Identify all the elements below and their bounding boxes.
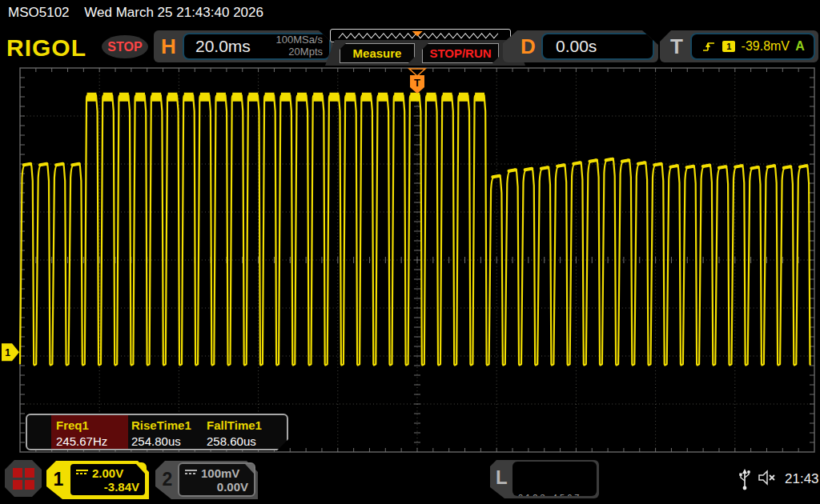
memory-depth: 20Mpts	[288, 46, 323, 58]
measurement-falltime[interactable]: FallTime1 258.60us	[207, 418, 262, 448]
trigger-box[interactable]: 1 -39.8mV A	[690, 33, 815, 60]
datetime-text: Wed March 25 21:43:40 2026	[84, 5, 263, 20]
header-bar: RIGOL STOP H 20.0ms 100MSa/s 20Mpts Meas…	[0, 24, 820, 66]
bottom-status-bar: 1 2.00V -3.84V 2 100mV 0.00V	[0, 454, 820, 504]
delay-value: 0.00s	[556, 37, 597, 56]
channel-2-scale: 100mV	[201, 466, 239, 480]
delay-box[interactable]: 0.00s	[541, 33, 654, 60]
channel-2-offset: 0.00V	[179, 480, 254, 494]
usb-icon	[738, 467, 751, 491]
brand-logo: RIGOL	[6, 34, 86, 62]
oscilloscope-screen: MSO5102 Wed March 25 21:43:40 2026 RIGOL…	[0, 0, 820, 504]
preview-zigzag-icon	[331, 30, 508, 41]
acquisition-rates: 100MSa/s 20Mpts	[275, 34, 323, 58]
channel-2-block[interactable]: 2 100mV 0.00V	[155, 461, 258, 499]
measurement-risetime[interactable]: RiseTime1 254.80us	[131, 418, 191, 448]
measure-button[interactable]: Measure	[340, 43, 415, 63]
delay-settings-group[interactable]: D 0.00s	[503, 30, 658, 62]
sample-rate: 100MSa/s	[275, 34, 323, 46]
trigger-sweep-mode: A	[795, 39, 805, 54]
corner-fold-icon	[136, 464, 145, 474]
dc-coupling-icon	[185, 470, 197, 477]
run-state-badge: STOP	[102, 35, 148, 58]
measurement-value: 245.67Hz	[56, 434, 107, 448]
trigger-settings-group[interactable]: T 1 -39.8mV A	[660, 30, 818, 62]
channel-2-number: 2	[155, 461, 179, 499]
menu-button[interactable]	[5, 460, 42, 497]
waveform-mid-band	[24, 159, 807, 178]
logic-label: L	[496, 466, 508, 489]
trigger-label: T	[670, 34, 683, 59]
trigger-slope-icon	[701, 39, 717, 54]
status-clock: 21:43	[785, 471, 819, 487]
model-name: MSO5102	[8, 5, 70, 20]
measurement-label: RiseTime1	[131, 418, 191, 432]
channel-1-scale: 2.00V	[92, 466, 123, 480]
measurement-value: 254.80us	[131, 434, 191, 448]
channel-1-values: 2.00V -3.84V	[69, 462, 147, 497]
timebase-box[interactable]: 20.0ms 100MSa/s 20Mpts	[183, 33, 331, 60]
horizontal-settings-group[interactable]: H 20.0ms 100MSa/s 20Mpts	[154, 30, 335, 62]
channel-1-offset: -3.84V	[70, 480, 145, 494]
channel-marker-label: 1	[5, 347, 10, 358]
dc-coupling-icon	[76, 470, 88, 477]
trigger-position-triangle-icon[interactable]	[409, 69, 425, 76]
stop-run-button[interactable]: STOP/RUN	[422, 43, 499, 63]
trigger-source-badge: 1	[722, 41, 735, 52]
channel-1-waveform	[20, 95, 810, 365]
channel-2-values: 100mV 0.00V	[178, 462, 255, 497]
measurement-label: Freq1	[56, 418, 107, 432]
speaker-muted-icon[interactable]	[758, 470, 778, 486]
scope-display-grid[interactable]: T1	[0, 66, 820, 454]
measurement-panel[interactable]: Freq1 245.67Hz RiseTime1 254.80us FallTi…	[26, 414, 288, 450]
logic-channel-list: 0 1 2 3 4 5 6 7 8 9 1011 12131415	[512, 462, 597, 496]
titlebar: MSO5102 Wed March 25 21:43:40 2026	[0, 0, 820, 24]
trigger-level-value: -39.8mV	[742, 39, 790, 54]
delay-label: D	[521, 34, 536, 59]
measurement-freq[interactable]: Freq1 245.67Hz	[56, 418, 107, 448]
logic-row-1: 0 1 2 3 4 5 6 7	[518, 491, 597, 496]
horizontal-label: H	[161, 34, 176, 59]
channel-1-number: 1	[46, 461, 70, 499]
menu-grid-icon	[13, 468, 34, 490]
trigger-marker-label: T	[414, 77, 420, 89]
logic-analyzer-block[interactable]: L 0 1 2 3 4 5 6 7 8 9 1011 12131415	[490, 460, 599, 498]
corner-fold-icon	[245, 464, 254, 474]
timebase-value: 20.0ms	[195, 37, 251, 56]
measurement-value: 258.60us	[207, 434, 262, 448]
channel-1-block[interactable]: 1 2.00V -3.84V	[46, 461, 149, 499]
measurement-label: FallTime1	[207, 418, 262, 432]
